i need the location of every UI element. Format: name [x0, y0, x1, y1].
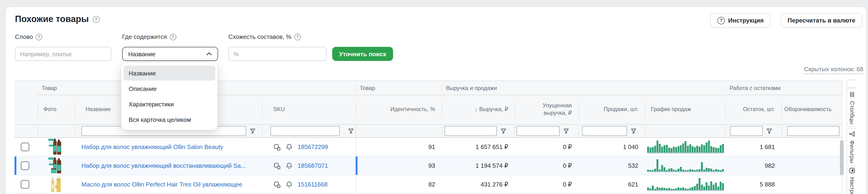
- lost-revenue-filter-funnel-icon[interactable]: [563, 128, 569, 134]
- similar-items-icon[interactable]: [273, 143, 281, 151]
- turnover-value: [781, 157, 842, 175]
- dropdown-option-characteristics[interactable]: Характеристики: [124, 96, 215, 112]
- selected-row-accent: [355, 157, 358, 175]
- word-help-icon[interactable]: [36, 33, 42, 40]
- stock-value: 982: [725, 157, 781, 175]
- col-lost-revenue[interactable]: Упущенная выручка, ₽: [515, 95, 578, 124]
- sales-value: 532: [578, 157, 645, 175]
- sku-link[interactable]: 185672299: [298, 143, 328, 150]
- col-sku[interactable]: SKU: [262, 95, 355, 124]
- dropdown-option-name[interactable]: Название: [124, 65, 215, 81]
- col-sales[interactable]: Продажи, шт.: [578, 95, 645, 124]
- revenue-value: 1 657 651 ₽: [442, 138, 515, 156]
- name-filter-funnel-icon[interactable]: [250, 128, 255, 134]
- page-title-text: Похожие товары: [15, 14, 89, 24]
- product-name-link[interactable]: Набор для волос увлажняющий восстанавлив…: [82, 162, 246, 169]
- bell-icon[interactable]: [285, 181, 293, 188]
- group-product: Товар: [355, 81, 442, 95]
- dropdown-option-description[interactable]: Описание: [124, 81, 215, 96]
- revenue-value: 431 276 ₽: [442, 175, 515, 194]
- col-checkbox: [14, 95, 37, 124]
- revenue-filter-input[interactable]: [444, 126, 497, 136]
- group-empty: [14, 81, 37, 95]
- similarity-label: Схожесть составов, %: [228, 33, 301, 40]
- similar-items-icon[interactable]: [273, 162, 281, 169]
- turnover-filter-input[interactable]: [787, 126, 839, 136]
- sku-filter-funnel-icon[interactable]: [348, 128, 354, 134]
- col-photo[interactable]: Фото: [37, 95, 75, 124]
- word-input[interactable]: [15, 47, 112, 61]
- table-row: Набор для волос увлажняющий Ollin Salon …: [14, 138, 842, 157]
- dropdown-option-whole-card[interactable]: Вся карточка целиком: [124, 112, 215, 127]
- group-stock-work: Работа с остатками: [725, 81, 842, 95]
- product-name-link[interactable]: Масло для волос Ollin Perfect Hair Tres …: [82, 181, 242, 188]
- settings-icon: [848, 167, 855, 174]
- stock-filter-input[interactable]: [730, 126, 763, 136]
- recalculate-currency-button[interactable]: Пересчитать в валюте: [780, 13, 862, 28]
- tab-settings[interactable]: Настройки: [846, 167, 857, 194]
- sales-filter-funnel-icon[interactable]: [631, 128, 637, 134]
- word-label: Слово: [15, 33, 42, 40]
- product-photo[interactable]: [48, 176, 63, 193]
- sales-value: 1 040: [578, 138, 645, 156]
- col-turnover[interactable]: Оборачиваемость: [781, 95, 842, 124]
- tab-filters-label: Фильтры: [848, 140, 855, 163]
- sku-link[interactable]: 151611668: [298, 181, 328, 188]
- tab-columns-label: Столбцы: [848, 101, 855, 124]
- sku-filter-input[interactable]: [271, 126, 340, 136]
- sales-value: 621: [578, 175, 645, 194]
- question-circle-icon: [717, 17, 725, 24]
- chevron-up-icon: [206, 52, 212, 56]
- stock-filter-funnel-icon[interactable]: [767, 128, 772, 134]
- similarity-help-icon[interactable]: [294, 33, 301, 40]
- identity-value: 93: [355, 157, 442, 175]
- table-row: Набор для волос увлажняющий восстанавлив…: [14, 157, 842, 175]
- hidden-columns-link[interactable]: Скрытых колонок: 68: [804, 65, 863, 74]
- sales-chart: [647, 178, 724, 191]
- row-checkbox[interactable]: [21, 161, 29, 170]
- where-help-icon[interactable]: [169, 33, 176, 40]
- lost-revenue-value: 0 ₽: [515, 138, 578, 156]
- stock-value: 1 681: [725, 138, 781, 156]
- col-identity[interactable]: Идентичность, %: [355, 95, 442, 124]
- bell-icon[interactable]: [285, 162, 293, 169]
- where-label: Где содержится: [122, 33, 176, 40]
- col-stock[interactable]: Остаток, шт.: [725, 95, 781, 124]
- similar-items-icon[interactable]: [273, 181, 281, 188]
- tab-columns[interactable]: Столбцы: [846, 88, 857, 127]
- col-sales-chart[interactable]: График продаж: [645, 95, 725, 124]
- refine-search-button[interactable]: Уточнить поиск: [332, 47, 393, 61]
- instruction-button[interactable]: Инструкция: [710, 13, 771, 28]
- lost-revenue-filter-input[interactable]: [517, 126, 560, 136]
- tab-filters[interactable]: Фильтры: [846, 129, 857, 166]
- recalculate-currency-label: Пересчитать в валюте: [787, 17, 856, 24]
- product-name-link[interactable]: Набор для волос увлажняющий Ollin Salon …: [82, 143, 223, 150]
- identity-value: 82: [355, 175, 442, 194]
- tab-settings-label: Настройки: [848, 177, 855, 194]
- similar-products-page: Похожие товары Инструкция Пересчитать в …: [0, 0, 868, 194]
- where-select[interactable]: Название: [122, 47, 218, 61]
- where-select-value: Название: [128, 50, 155, 57]
- scrollbar-thumb[interactable]: [840, 140, 844, 175]
- row-checkbox[interactable]: [21, 180, 29, 189]
- revenue-filter-funnel-icon[interactable]: [501, 128, 506, 134]
- turnover-value: [781, 175, 842, 194]
- sku-link[interactable]: 185687071: [298, 162, 328, 169]
- lost-revenue-value: 0 ₽: [515, 157, 578, 175]
- bell-icon[interactable]: [285, 143, 293, 151]
- row-checkbox[interactable]: [21, 142, 29, 151]
- product-photo[interactable]: [48, 138, 63, 156]
- rail-corner: [846, 80, 857, 88]
- lost-revenue-value: 0 ₽: [515, 175, 578, 194]
- similarity-input[interactable]: [228, 47, 327, 61]
- product-photo[interactable]: [48, 157, 63, 174]
- identity-value: 91: [355, 138, 442, 156]
- col-revenue-sorted[interactable]: ↓ Выручка, ₽: [442, 95, 515, 124]
- help-icon[interactable]: [92, 16, 99, 23]
- columns-icon: [848, 91, 855, 98]
- group-revenue-sales: Выручка и продажи: [442, 81, 725, 95]
- table-row: Масло для волос Ollin Perfect Hair Tres …: [14, 175, 842, 194]
- sales-filter-input[interactable]: [582, 126, 627, 136]
- table-right-border: [842, 81, 842, 194]
- stock-value: 5 888: [725, 175, 781, 194]
